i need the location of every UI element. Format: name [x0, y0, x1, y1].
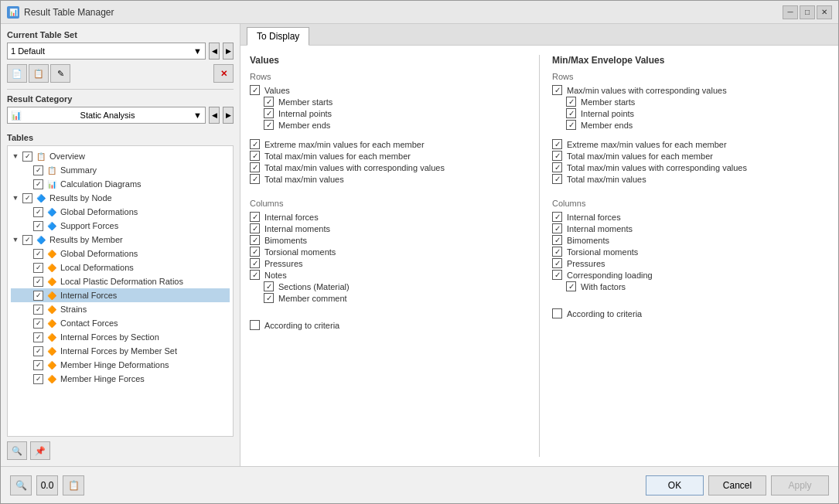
check-results-by-member[interactable]: ✓: [22, 235, 32, 245]
checkbox-pressures[interactable]: [250, 258, 260, 268]
check-internal-by-section[interactable]: ✓: [33, 332, 43, 342]
check-calc-diagrams[interactable]: ✓: [33, 179, 43, 189]
result-category-prev-btn[interactable]: ◀: [209, 107, 220, 124]
edit-table-btn[interactable]: ✎: [50, 64, 70, 83]
checkbox-member-comment[interactable]: [264, 293, 274, 303]
check-mm-corresponding-loading[interactable]: Corresponding loading: [552, 269, 829, 281]
check-member-hinge-def[interactable]: ✓: [33, 360, 43, 370]
check-mm-total-max-min2[interactable]: Total max/min values: [552, 173, 829, 185]
tree-item-internal-forces[interactable]: ✓ 🔶 Internal Forces: [11, 288, 230, 302]
table-set-next-btn[interactable]: ▶: [223, 43, 234, 60]
checkbox-member-ends[interactable]: [264, 120, 274, 130]
apply-button[interactable]: Apply: [771, 475, 829, 495]
tab-to-display[interactable]: To Display: [247, 27, 309, 46]
check-values-main[interactable]: Values: [250, 84, 527, 96]
minimize-button[interactable]: ─: [783, 5, 798, 19]
checkbox-total-max-min-corr[interactable]: [250, 162, 260, 172]
check-contact-forces[interactable]: ✓: [33, 318, 43, 329]
close-button[interactable]: ✕: [817, 5, 832, 19]
check-mm-torsional-moments[interactable]: Torsional moments: [552, 246, 829, 257]
tree-item-overview[interactable]: ▼ ✓ 📋 Overview: [11, 149, 230, 163]
ok-button[interactable]: OK: [646, 475, 704, 495]
check-global-def-node[interactable]: ✓: [33, 207, 43, 217]
result-category-combo[interactable]: 📊 Static Analysis ▼: [7, 107, 206, 124]
check-summary[interactable]: ✓: [33, 165, 43, 175]
checkbox-mm-according-criteria[interactable]: [552, 308, 562, 318]
footer-pin-btn[interactable]: 0.0: [36, 475, 58, 495]
check-internal-forces-col[interactable]: Internal forces: [250, 211, 527, 223]
checkbox-mm-bimoments[interactable]: [552, 235, 562, 245]
check-total-max-min2[interactable]: Total max/min values: [250, 173, 527, 185]
checkbox-values-main[interactable]: [250, 85, 260, 95]
check-local-deformations[interactable]: ✓: [33, 263, 43, 273]
delete-table-btn[interactable]: ✕: [213, 64, 234, 83]
checkbox-mm-main[interactable]: [552, 85, 562, 95]
tree-item-support-forces[interactable]: ✓ 🔷 Support Forces: [11, 219, 230, 233]
checkbox-mm-internal-forces-col[interactable]: [552, 212, 562, 222]
checkbox-sections-material[interactable]: [264, 281, 274, 291]
tree-item-contact-forces[interactable]: ✓ 🔶 Contact Forces: [11, 316, 230, 330]
checkbox-bimoments[interactable]: [250, 235, 260, 245]
tree-item-local-plastic[interactable]: ✓ 🔶 Local Plastic Deformation Ratios: [11, 274, 230, 288]
check-mm-total-max-min[interactable]: Total max/min values for each member: [552, 150, 829, 162]
check-local-plastic[interactable]: ✓: [33, 277, 43, 287]
check-internal-forces[interactable]: ✓: [33, 291, 43, 301]
table-set-prev-btn[interactable]: ◀: [209, 43, 220, 60]
checkbox-internal-points[interactable]: [264, 108, 274, 118]
check-strains[interactable]: ✓: [33, 305, 43, 315]
check-mm-internal-points[interactable]: Internal points: [552, 107, 829, 119]
check-mm-internal-forces-col[interactable]: Internal forces: [552, 211, 829, 223]
bottom-btn-search[interactable]: 🔍: [7, 441, 27, 460]
check-member-starts[interactable]: Member starts: [250, 96, 527, 107]
checkbox-notes[interactable]: [250, 270, 260, 280]
check-mm-with-factors[interactable]: With factors: [552, 281, 829, 292]
check-member-ends[interactable]: Member ends: [250, 119, 527, 131]
check-according-criteria[interactable]: According to criteria: [250, 319, 527, 331]
checkbox-internal-forces-col[interactable]: [250, 212, 260, 222]
checkbox-mm-with-factors[interactable]: [566, 281, 576, 291]
checkbox-total-max-min2[interactable]: [250, 174, 260, 184]
check-mm-total-max-min-corr[interactable]: Total max/min values with corresponding …: [552, 162, 829, 173]
checkbox-mm-torsional-moments[interactable]: [552, 247, 562, 257]
check-notes[interactable]: Notes: [250, 269, 527, 281]
checkbox-mm-member-ends[interactable]: [566, 120, 576, 130]
bottom-btn-info[interactable]: 📌: [30, 441, 50, 460]
tree-item-results-by-member[interactable]: ▼ ✓ 🔷 Results by Member: [11, 233, 230, 247]
maximize-button[interactable]: □: [800, 5, 815, 19]
check-support-forces[interactable]: ✓: [33, 221, 43, 231]
check-member-hinge-forces[interactable]: ✓: [33, 374, 43, 384]
check-torsional-moments[interactable]: Torsional moments: [250, 246, 527, 257]
checkbox-mm-pressures[interactable]: [552, 258, 562, 268]
tree-item-summary[interactable]: ✓ 📋 Summary: [11, 163, 230, 177]
check-bimoments[interactable]: Bimoments: [250, 234, 527, 246]
checkbox-mm-total-max-min[interactable]: [552, 151, 562, 161]
check-mm-main[interactable]: Max/min values with corresponding values: [552, 84, 829, 96]
tree-item-global-def-node[interactable]: ✓ 🔷 Global Deformations: [11, 205, 230, 219]
tree-item-global-def-member[interactable]: ✓ 🔶 Global Deformations: [11, 247, 230, 261]
check-total-max-min-corr[interactable]: Total max/min values with corresponding …: [250, 162, 527, 173]
checkbox-total-max-min[interactable]: [250, 151, 260, 161]
check-results-by-node[interactable]: ✓: [22, 193, 32, 203]
checkbox-mm-extreme-max-min[interactable]: [552, 139, 562, 149]
tree-item-strains[interactable]: ✓ 🔶 Strains: [11, 302, 230, 316]
checkbox-internal-moments[interactable]: [250, 223, 260, 233]
tree-item-internal-by-member-set[interactable]: ✓ 🔶 Internal Forces by Member Set: [11, 344, 230, 358]
checkbox-mm-internal-moments[interactable]: [552, 223, 562, 233]
checkbox-mm-member-starts[interactable]: [566, 97, 576, 107]
check-total-max-min[interactable]: Total max/min values for each member: [250, 150, 527, 162]
check-pressures[interactable]: Pressures: [250, 257, 527, 269]
check-mm-pressures[interactable]: Pressures: [552, 257, 829, 269]
footer-copy-btn[interactable]: 📋: [63, 475, 84, 495]
checkbox-torsional-moments[interactable]: [250, 247, 260, 257]
check-mm-extreme-max-min[interactable]: Extreme max/min values for each member: [552, 138, 829, 150]
check-global-def-member[interactable]: ✓: [33, 249, 43, 259]
check-mm-bimoments[interactable]: Bimoments: [552, 234, 829, 246]
check-internal-moments[interactable]: Internal moments: [250, 223, 527, 234]
checkbox-mm-total-max-min2[interactable]: [552, 174, 562, 184]
check-sections-material[interactable]: Sections (Material): [250, 281, 527, 292]
check-mm-internal-moments[interactable]: Internal moments: [552, 223, 829, 234]
new-table-btn[interactable]: 📄: [7, 64, 27, 83]
checkbox-member-starts[interactable]: [264, 97, 274, 107]
checkbox-mm-internal-points[interactable]: [566, 108, 576, 118]
tree-item-results-by-node[interactable]: ▼ ✓ 🔷 Results by Node: [11, 191, 230, 205]
